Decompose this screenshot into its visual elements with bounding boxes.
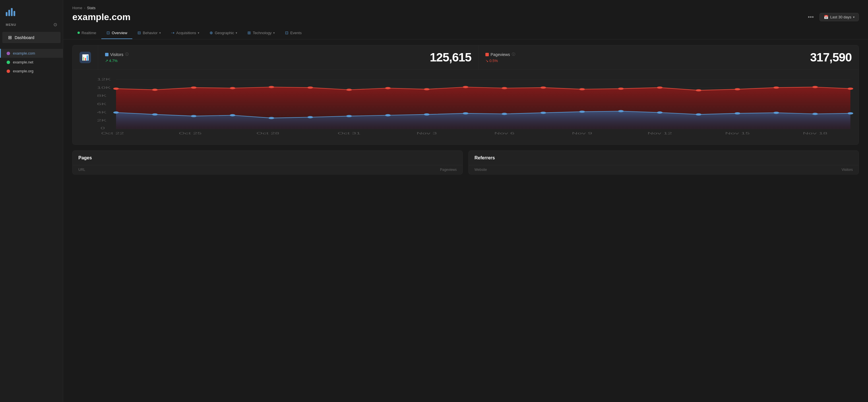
page-title-row: example.com ••• 📅 Last 30 days ▾ [72,12,859,22]
sidebar-item-dashboard[interactable]: ⊞ Dashboard [2,32,61,43]
svg-text:Nov 15: Nov 15 [725,132,750,135]
tab-overview[interactable]: ⊡ Overview [101,27,132,39]
svg-text:Nov 18: Nov 18 [803,132,828,135]
pageviews-change: ↘ 0.5% [485,59,515,63]
logo [0,0,63,19]
date-range-label: Last 30 days [830,15,851,19]
tab-geographic[interactable]: ⊕ Geographic ▾ [205,27,242,39]
visitors-dot [618,110,624,112]
pages-col-headers: URL Pageviews [73,165,462,174]
menu-row: MENU ⊙ [0,19,63,32]
stats-header: 📊 Visitors ⓘ ↗ 4.7% [73,45,859,70]
tab-overview-label: Overview [112,31,127,35]
pageviews-dot [424,88,430,90]
visitors-dot [463,112,468,115]
site-label-example-com: example.com [13,51,35,55]
svg-text:Nov 6: Nov 6 [494,132,515,135]
tab-bar: Realtime ⊡ Overview ⊟ Behavior ▾ ⇢ Acqui… [63,27,868,39]
svg-text:Oct 31: Oct 31 [338,132,361,135]
pageviews-dot [501,87,507,89]
svg-text:8K: 8K [97,94,107,98]
visitors-dot [269,117,274,119]
visitors-info-icon[interactable]: ⓘ [125,52,129,57]
sidebar-item-example-net[interactable]: example.net [0,58,63,67]
referrers-table-card: Referrers Website Visitors [468,151,859,175]
tab-realtime[interactable]: Realtime [72,27,101,39]
pageviews-label: Pageviews [491,52,510,57]
logo-bar-1 [6,12,7,16]
chart-icon: 📊 [80,52,91,63]
visitors-dot [385,114,391,117]
sidebar-item-example-com[interactable]: example.com [0,49,63,58]
line-chart: 12K 10K 8K 6K 4K 2K 0 [77,75,854,136]
site-dot-example-net [7,61,10,64]
technology-icon: ⊞ [247,30,251,35]
visitors-dot [113,112,119,114]
pages-table-title: Pages [73,151,462,165]
pageviews-dot [618,88,624,90]
pageviews-info-icon[interactable]: ⓘ [512,52,515,57]
tab-behavior[interactable]: ⊟ Behavior ▾ [132,27,166,39]
visitors-change: ↗ 4.7% [105,59,129,63]
tab-events-label: Events [290,31,302,35]
svg-text:Oct 25: Oct 25 [179,132,202,135]
visitors-label: Visitors [110,52,123,57]
svg-text:4K: 4K [97,111,107,114]
chevron-down-icon: ▾ [853,16,855,19]
visitors-change-value: 4.7% [109,59,118,63]
visitors-dot [152,114,158,116]
visitors-dot [346,115,352,117]
visitors-meta: Visitors ⓘ ↗ 4.7% [105,52,129,63]
site-dot-example-com [7,52,10,55]
geographic-icon: ⊕ [210,30,213,35]
visitors-dot [540,112,546,114]
tab-geographic-label: Geographic [215,31,234,35]
referrers-table-title: Referrers [469,151,859,165]
pageviews-dot [191,86,197,89]
pageviews-dot [269,86,274,88]
pageviews-meta: Pageviews ⓘ ↘ 0.5% [485,52,515,63]
tab-behavior-label: Behavior [143,31,157,35]
menu-label: MENU [6,23,16,26]
sidebar-item-example-org[interactable]: example.org [0,67,63,75]
pageviews-dot [346,89,352,91]
pageviews-dot [229,87,236,89]
logo-bar-3 [11,8,12,16]
pageviews-change-value: 0.5% [489,59,498,63]
tab-events[interactable]: ⊡ Events [280,27,307,39]
pageviews-dot [113,88,119,90]
pageviews-dot [774,86,779,89]
visitors-value: 125,615 [430,51,471,64]
main-content: Home › Stats example.com ••• 📅 Last 30 d… [63,0,868,402]
pageviews-dot [385,87,391,89]
visitors-dot [424,114,430,116]
visitors-dot [191,115,197,117]
visitors-dot [229,114,236,117]
tab-technology-label: Technology [253,31,272,35]
behavior-icon: ⊟ [137,30,141,35]
visitors-dot [657,112,663,114]
date-range-button[interactable]: 📅 Last 30 days ▾ [819,13,859,21]
chart-container: 12K 10K 8K 6K 4K 2K 0 [73,70,859,145]
visitors-dot [774,112,779,114]
more-options-button[interactable]: ••• [805,12,816,22]
top-bar: Home › Stats example.com ••• 📅 Last 30 d… [63,0,868,27]
tab-technology[interactable]: ⊞ Technology ▾ [242,27,280,39]
content-area: 📊 Visitors ⓘ ↗ 4.7% [63,39,868,402]
svg-text:Nov 12: Nov 12 [648,132,672,135]
visitors-dot [848,112,854,115]
tab-acquisitions[interactable]: ⇢ Acquisitions ▾ [166,27,205,39]
breadcrumb-home[interactable]: Home [72,6,82,10]
pageviews-label-row: Pageviews ⓘ [485,52,515,57]
sidebar: MENU ⊙ ⊞ Dashboard example.com example.n… [0,0,63,402]
svg-text:6K: 6K [97,102,107,106]
pageviews-value: 317,590 [810,51,851,64]
down-arrow-icon: ↘ [485,59,489,63]
chevron-down-icon-2: ▾ [198,31,199,34]
account-icon[interactable]: ⊙ [53,22,57,27]
visitors-dot [735,112,740,115]
referrers-col-headers: Website Visitors [469,165,859,174]
bottom-tables: Pages URL Pageviews Referrers Website Vi… [72,151,859,175]
pages-col-url: URL [79,168,85,172]
pageviews-dot [540,86,546,89]
